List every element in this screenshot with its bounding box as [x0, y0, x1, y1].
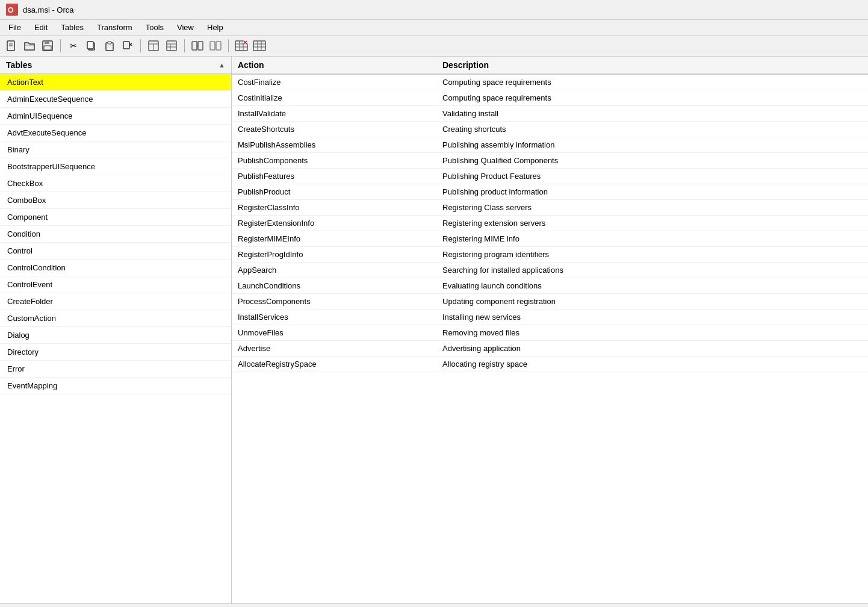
- table-item-adminexecutesequence[interactable]: AdminExecuteSequence: [0, 91, 231, 108]
- menu-item-tables[interactable]: Tables: [56, 22, 88, 33]
- table-item-condition[interactable]: Condition: [0, 226, 231, 243]
- menu-item-tools[interactable]: Tools: [141, 22, 169, 33]
- tables-header: Tables ▲: [0, 57, 231, 74]
- svg-rect-23: [198, 42, 203, 50]
- tables-panel: Tables ▲ ActionTextAdminExecuteSequenceA…: [0, 57, 232, 603]
- svg-rect-18: [167, 41, 176, 51]
- description-col-header: Description: [442, 60, 862, 70]
- table-item-component[interactable]: Component: [0, 209, 231, 226]
- window-title: dsa.msi - Orca: [23, 5, 74, 14]
- svg-rect-7: [44, 46, 51, 50]
- cell-action: ProcessComponents: [238, 297, 442, 306]
- svg-rect-11: [108, 42, 111, 44]
- merge-btn-2[interactable]: [208, 38, 223, 54]
- content-row[interactable]: UnmoveFilesRemoving moved files: [232, 325, 868, 341]
- table-item-checkbox[interactable]: CheckBox: [0, 175, 231, 192]
- content-row[interactable]: AllocateRegistrySpaceAllocating registry…: [232, 356, 868, 372]
- cell-action: UnmoveFiles: [238, 328, 442, 337]
- tables-list[interactable]: ActionTextAdminExecuteSequenceAdminUISeq…: [0, 74, 231, 603]
- table-item-controlcondition[interactable]: ControlCondition: [0, 260, 231, 276]
- content-row[interactable]: ProcessComponentsUpdating component regi…: [232, 294, 868, 310]
- content-row[interactable]: PublishFeaturesPublishing Product Featur…: [232, 169, 868, 184]
- menu-item-file[interactable]: File: [4, 22, 26, 33]
- table-item-bootstrapperuisequence[interactable]: BootstrapperUISequence: [0, 158, 231, 175]
- content-row[interactable]: RegisterProgIdInfoRegistering program id…: [232, 247, 868, 263]
- open-button[interactable]: [22, 38, 37, 54]
- table-item-directory[interactable]: Directory: [0, 344, 231, 361]
- table-item-actiontext[interactable]: ActionText: [0, 74, 231, 91]
- content-row[interactable]: RegisterExtensionInfoRegistering extensi…: [232, 216, 868, 231]
- cell-action: CreateShortcuts: [238, 125, 442, 134]
- content-row[interactable]: AppSearchSearching for installed applica…: [232, 263, 868, 278]
- cell-action: MsiPublishAssemblies: [238, 140, 442, 149]
- status-bar: Allocating registry space: [0, 603, 868, 607]
- content-rows[interactable]: CostFinalizeComputing space requirements…: [232, 75, 868, 603]
- content-row[interactable]: InstallValidateValidating install: [232, 106, 868, 122]
- tables-btn-2[interactable]: [164, 38, 179, 54]
- table-item-combobox[interactable]: ComboBox: [0, 192, 231, 209]
- scroll-up-btn[interactable]: ▲: [219, 61, 225, 69]
- save-button[interactable]: [40, 38, 55, 54]
- tables-btn-1[interactable]: [146, 38, 161, 54]
- menu-item-transform[interactable]: Transform: [92, 22, 137, 33]
- svg-rect-6: [45, 41, 49, 44]
- menu-item-help[interactable]: Help: [202, 22, 228, 33]
- menu-item-edit[interactable]: Edit: [29, 22, 52, 33]
- grid-btn-1[interactable]: [234, 38, 249, 54]
- merge-btn-1[interactable]: [190, 38, 205, 54]
- svg-text:O: O: [8, 6, 13, 14]
- delete-button[interactable]: [120, 38, 135, 54]
- toolbar: ✂: [0, 36, 868, 57]
- content-row[interactable]: LaunchConditionsEvaluating launch condit…: [232, 278, 868, 294]
- cell-description: Evaluating launch conditions: [442, 281, 862, 290]
- toolbar-sep-2: [140, 39, 141, 52]
- content-row[interactable]: AdvertiseAdvertising application: [232, 341, 868, 356]
- cell-description: Removing moved files: [442, 328, 862, 337]
- cell-action: RegisterMIMEInfo: [238, 234, 442, 243]
- table-item-eventmapping[interactable]: EventMapping: [0, 378, 231, 394]
- content-panel: Action Description CostFinalizeComputing…: [232, 57, 868, 603]
- cell-action: AllocateRegistrySpace: [238, 360, 442, 369]
- menu-item-view[interactable]: View: [172, 22, 199, 33]
- svg-rect-35: [253, 41, 265, 51]
- cell-action: Advertise: [238, 344, 442, 353]
- cell-action: AppSearch: [238, 266, 442, 275]
- content-row[interactable]: CostInitializeComputing space requiremen…: [232, 90, 868, 106]
- table-item-binary[interactable]: Binary: [0, 142, 231, 158]
- table-item-adminuisequence[interactable]: AdminUISequence: [0, 108, 231, 125]
- content-row[interactable]: InstallServicesInstalling new services: [232, 310, 868, 325]
- cell-description: Updating component registration: [442, 297, 862, 306]
- cell-action: CostInitialize: [238, 93, 442, 102]
- content-row[interactable]: CostFinalizeComputing space requirements: [232, 75, 868, 90]
- main-area: Tables ▲ ActionTextAdminExecuteSequenceA…: [0, 57, 868, 603]
- table-item-dialog[interactable]: Dialog: [0, 327, 231, 344]
- content-row[interactable]: RegisterMIMEInfoRegistering MIME info: [232, 231, 868, 247]
- copy-button[interactable]: [84, 38, 99, 54]
- content-row[interactable]: RegisterClassInfoRegistering Class serve…: [232, 200, 868, 216]
- cell-action: PublishComponents: [238, 156, 442, 165]
- cell-description: Registering program identifiers: [442, 250, 862, 259]
- menu-bar: FileEditTablesTransformToolsViewHelp: [0, 20, 868, 36]
- content-row[interactable]: PublishProductPublishing product informa…: [232, 184, 868, 200]
- cell-description: Installing new services: [442, 313, 862, 322]
- paste-button[interactable]: [102, 38, 117, 54]
- table-item-advtexecutesequence[interactable]: AdvtExecuteSequence: [0, 125, 231, 142]
- cell-action: PublishProduct: [238, 187, 442, 196]
- table-item-controlevent[interactable]: ControlEvent: [0, 276, 231, 293]
- content-row[interactable]: MsiPublishAssembliesPublishing assembly …: [232, 137, 868, 153]
- content-row[interactable]: PublishComponentsPublishing Qualified Co…: [232, 153, 868, 169]
- content-header: Action Description: [232, 57, 868, 75]
- cut-button[interactable]: ✂: [66, 38, 81, 54]
- table-item-customaction[interactable]: CustomAction: [0, 310, 231, 327]
- new-button[interactable]: [4, 38, 19, 54]
- table-item-createfolder[interactable]: CreateFolder: [0, 293, 231, 310]
- cell-description: Publishing assembly information: [442, 140, 862, 149]
- table-item-control[interactable]: Control: [0, 243, 231, 260]
- table-item-error[interactable]: Error: [0, 361, 231, 378]
- toolbar-sep-3: [184, 39, 185, 52]
- svg-rect-25: [210, 42, 215, 50]
- grid-btn-2[interactable]: [252, 38, 267, 54]
- svg-rect-26: [216, 42, 221, 50]
- content-row[interactable]: CreateShortcutsCreating shortcuts: [232, 122, 868, 137]
- cell-action: RegisterClassInfo: [238, 203, 442, 212]
